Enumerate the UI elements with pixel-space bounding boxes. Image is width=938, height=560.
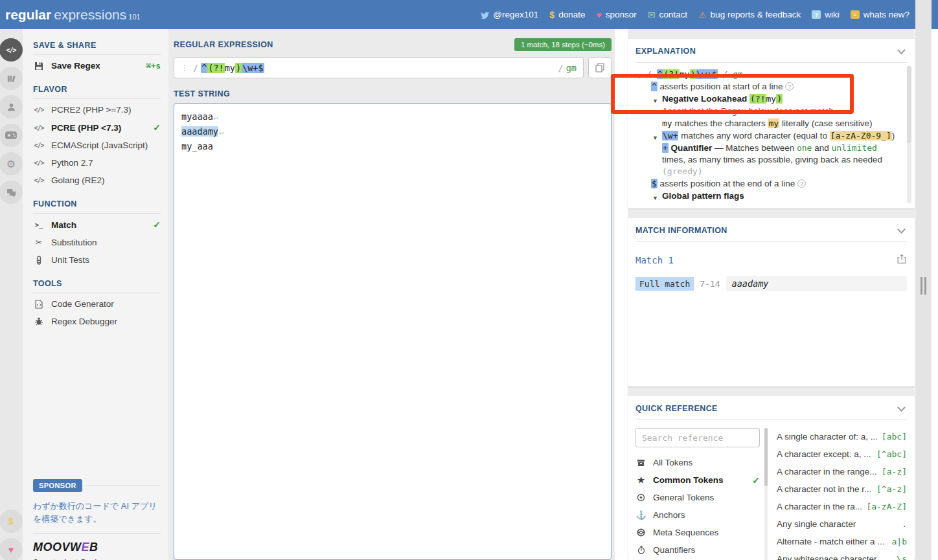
regex-input[interactable]: ⋮ / ^(?!my)\w+$ / gm bbox=[174, 57, 584, 78]
site-logo[interactable]: regular expressions 101 bbox=[5, 7, 141, 23]
drag-handle-icon[interactable]: ⋮ bbox=[181, 63, 189, 73]
explanation-segment: ^ bbox=[657, 69, 663, 79]
qr-category-all-tokens[interactable]: All Tokens bbox=[635, 454, 760, 471]
explanation-scrollbar[interactable] bbox=[907, 66, 911, 203]
rail-chat-icon[interactable] bbox=[0, 181, 23, 204]
rail-user-icon[interactable] bbox=[0, 95, 23, 118]
chevron-down-icon[interactable] bbox=[897, 403, 906, 412]
qr-category-label: Meta Sequences bbox=[653, 528, 718, 537]
divider bbox=[33, 54, 161, 55]
nav-link-sponsor[interactable]: ♥sponsor bbox=[596, 10, 636, 20]
nav-link-contact[interactable]: ✉contact bbox=[648, 10, 687, 20]
qr-entry[interactable]: A character in the ra...[a-zA-Z] bbox=[777, 498, 907, 515]
rail-heart-icon[interactable]: ♥ bbox=[0, 538, 23, 560]
qr-category-common-tokens[interactable]: ★Common Tokens✓ bbox=[635, 471, 760, 489]
sidebar-item-regex-debugger[interactable]: Regex Debugger bbox=[33, 313, 161, 330]
nav-link-whats-new[interactable]: ≡whats new? bbox=[851, 10, 909, 19]
app-body: </>⚙$♥ SAVE & SHARESave Regex⌘+sFLAVOR</… bbox=[0, 29, 915, 560]
sponsor-badge[interactable]: SPONSOR bbox=[33, 479, 82, 492]
sidebar-item-label: Code Generator bbox=[51, 299, 114, 309]
sidebar-item-ecmascript-javascript[interactable]: </>ECMAScript (JavaScript) bbox=[33, 137, 161, 154]
rail-dollar-icon[interactable]: $ bbox=[0, 510, 23, 533]
explanation-segment: (?! bbox=[663, 69, 679, 79]
quick-reference-categories: All Tokens★Common Tokens✓General Tokens⚓… bbox=[635, 428, 760, 560]
test-line: myaaaa↵ bbox=[181, 109, 604, 124]
qr-entry[interactable]: Alternate - match either a ...a|b bbox=[777, 533, 907, 550]
dollar-icon: $ bbox=[549, 10, 555, 20]
qr-entry-token: [a-z] bbox=[882, 467, 907, 476]
sponsor-tagline: Jamstack at Scale bbox=[33, 557, 161, 560]
sidebar-item-substitution[interactable]: ✂Substitution bbox=[33, 234, 161, 251]
help-icon: ? bbox=[797, 179, 806, 188]
explanation-segment: literally (case sensitive) bbox=[779, 118, 872, 128]
sidebar-item-pcre-php-7-3[interactable]: </>PCRE (PHP <7.3)✓ bbox=[33, 118, 161, 137]
category-scrollbar[interactable] bbox=[764, 428, 768, 560]
sidebar-item-code-generator[interactable]: Code Generator bbox=[33, 295, 161, 313]
qr-entry-token: . bbox=[902, 519, 907, 529]
sidebar-item-golang-re2[interactable]: </>Golang (RE2) bbox=[33, 172, 161, 189]
section-title-save-share: SAVE & SHARE bbox=[33, 41, 161, 50]
nav-link-donate[interactable]: $donate bbox=[549, 10, 585, 20]
code-icon: </> bbox=[33, 106, 45, 113]
rail-code-icon[interactable]: </> bbox=[0, 38, 23, 62]
newline-icon: ↵ bbox=[219, 128, 223, 137]
nav-link-regex101[interactable]: @regex101 bbox=[480, 10, 538, 19]
qr-category-general-tokens[interactable]: General Tokens bbox=[635, 489, 760, 506]
sidebar: SAVE & SHARESave Regex⌘+sFLAVOR</>PCRE2 … bbox=[23, 29, 168, 560]
qr-category-label: All Tokens bbox=[653, 458, 692, 467]
qr-entry[interactable]: A character not in the r...[^a-z] bbox=[777, 480, 907, 498]
qr-category-label: Anchors bbox=[653, 510, 685, 520]
sidebar-item-save-regex[interactable]: Save Regex⌘+s bbox=[33, 57, 161, 74]
qr-entry-token: [^abc] bbox=[876, 449, 907, 459]
sidebar-item-unit-tests[interactable]: Unit Tests bbox=[33, 251, 161, 269]
explanation-line: ▼\w+ matches any word character (equal t… bbox=[637, 130, 898, 142]
qr-category-label: Common Tokens bbox=[653, 475, 724, 485]
sponsor-ad-text[interactable]: わずか数行のコードで AI アプリを構築できます。 bbox=[33, 500, 161, 526]
search-input[interactable] bbox=[635, 428, 760, 447]
rail-library-icon[interactable] bbox=[0, 67, 23, 90]
sponsor-brand-logo[interactable]: MOOVWEB bbox=[33, 541, 161, 554]
sidebar-item-label: Substitution bbox=[51, 238, 97, 247]
sidebar-item-match[interactable]: >_Match✓ bbox=[33, 216, 161, 234]
explanation-segment: (?! bbox=[749, 94, 766, 104]
explanation-segment: Quantifier bbox=[671, 143, 713, 153]
nav-link-wiki[interactable]: ?wiki bbox=[812, 10, 840, 19]
navbar-links: @regex101$donate♥sponsor✉contact⚠bug rep… bbox=[480, 10, 909, 20]
qr-entry[interactable]: Any single character. bbox=[777, 515, 907, 533]
sidebar-item-label: Save Regex bbox=[51, 61, 100, 71]
collapse-arrow-icon[interactable]: ▼ bbox=[652, 192, 658, 204]
qr-entry-description: A character not in the r... bbox=[777, 484, 876, 494]
heart-icon: ♥ bbox=[596, 10, 601, 20]
nav-label: @regex101 bbox=[493, 10, 538, 19]
nav-label: wiki bbox=[825, 10, 840, 19]
copy-button[interactable] bbox=[588, 57, 612, 78]
qr-entry-description: A character except: a, ... bbox=[777, 449, 876, 459]
nav-link-bug-reports-feedback[interactable]: ⚠bug reports & feedback bbox=[698, 10, 801, 20]
qr-category-meta-sequences[interactable]: Meta Sequences bbox=[635, 524, 760, 541]
test-string-input[interactable]: myaaaa↵aaadamy↵my_aaa bbox=[174, 103, 612, 560]
logo-expressions: expressions bbox=[54, 7, 126, 23]
export-match-button[interactable] bbox=[897, 254, 907, 267]
chevron-down-icon[interactable] bbox=[897, 46, 906, 54]
rail-games-icon[interactable] bbox=[0, 124, 23, 147]
qr-category-quantifiers[interactable]: Quantifiers bbox=[635, 541, 760, 559]
nav-label: bug reports & feedback bbox=[711, 10, 801, 19]
match-information-panel: MATCH INFORMATION Match 1 Full match7-14… bbox=[628, 218, 915, 386]
chevron-down-icon[interactable] bbox=[897, 225, 906, 234]
regex-flags[interactable]: gm bbox=[566, 63, 577, 73]
archive-icon bbox=[635, 459, 646, 467]
test-text: my_aaa bbox=[181, 141, 213, 151]
explanation-segment: one bbox=[797, 143, 812, 153]
nav-label: sponsor bbox=[606, 10, 637, 19]
rail-gear-icon[interactable]: ⚙ bbox=[0, 152, 23, 175]
qr-entry[interactable]: Any whitespace character\s bbox=[777, 550, 907, 560]
qr-entry[interactable]: A character in the range...[a-z] bbox=[777, 463, 907, 480]
divider bbox=[635, 420, 907, 420]
qr-category-anchors[interactable]: ⚓Anchors bbox=[635, 506, 760, 524]
sidebar-item-pcre2-php-7-3[interactable]: </>PCRE2 (PHP >=7.3) bbox=[33, 101, 161, 118]
qr-entry[interactable]: A single character of: a, ...[abc] bbox=[777, 428, 907, 445]
panel-resize-gutter[interactable] bbox=[915, 0, 932, 560]
check-icon: ✓ bbox=[153, 122, 161, 133]
sidebar-item-python-2-7[interactable]: </>Python 2.7 bbox=[33, 154, 161, 172]
qr-entry[interactable]: A character except: a, ...[^abc] bbox=[777, 445, 907, 463]
